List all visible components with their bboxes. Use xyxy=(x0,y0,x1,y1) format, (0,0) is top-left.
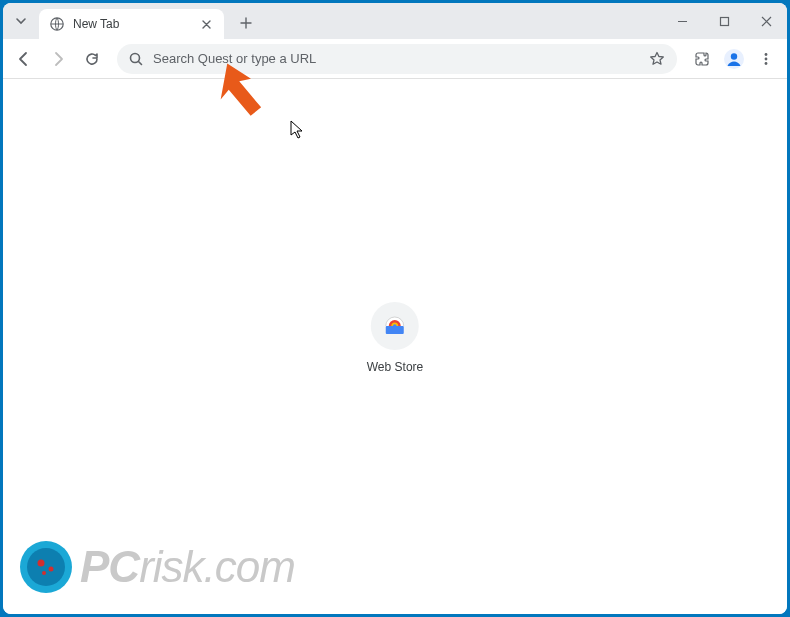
titlebar: New Tab xyxy=(3,3,787,39)
puzzle-icon xyxy=(694,51,710,67)
svg-point-7 xyxy=(765,62,768,65)
profile-button[interactable] xyxy=(721,46,747,72)
minimize-button[interactable] xyxy=(661,3,703,39)
shortcut-label: Web Store xyxy=(367,360,423,374)
close-window-button[interactable] xyxy=(745,3,787,39)
tab-new-tab[interactable]: New Tab xyxy=(39,9,224,39)
reload-button[interactable] xyxy=(77,44,107,74)
svg-point-4 xyxy=(731,53,737,59)
svg-point-5 xyxy=(765,53,768,56)
svg-point-6 xyxy=(765,57,768,60)
extensions-button[interactable] xyxy=(687,44,717,74)
shortcut-web-store[interactable]: Web Store xyxy=(367,302,423,374)
forward-button[interactable] xyxy=(43,44,73,74)
chevron-down-icon xyxy=(15,15,27,27)
omnibox[interactable] xyxy=(117,44,677,74)
maximize-button[interactable] xyxy=(703,3,745,39)
profile-icon xyxy=(723,48,745,70)
bookmark-star-icon[interactable] xyxy=(649,51,665,67)
toolbar xyxy=(3,39,787,79)
web-store-icon xyxy=(384,315,406,337)
maximize-icon xyxy=(719,16,730,27)
new-tab-page: Web Store xyxy=(3,79,787,614)
browser-window: New Tab xyxy=(3,3,787,614)
menu-button[interactable] xyxy=(751,44,781,74)
svg-rect-1 xyxy=(720,17,728,25)
tab-title: New Tab xyxy=(73,17,190,31)
globe-icon xyxy=(49,16,65,32)
close-icon xyxy=(202,20,211,29)
arrow-right-icon xyxy=(50,51,66,67)
tab-search-button[interactable] xyxy=(3,3,39,39)
search-icon xyxy=(129,52,143,66)
plus-icon xyxy=(240,17,252,29)
reload-icon xyxy=(84,51,100,67)
kebab-menu-icon xyxy=(759,52,773,66)
address-input[interactable] xyxy=(153,51,639,66)
window-controls xyxy=(661,3,787,39)
new-tab-button[interactable] xyxy=(232,11,260,35)
tab-close-button[interactable] xyxy=(198,16,214,32)
minimize-icon xyxy=(677,16,688,27)
close-icon xyxy=(761,16,772,27)
arrow-left-icon xyxy=(16,51,32,67)
shortcut-circle xyxy=(371,302,419,350)
back-button[interactable] xyxy=(9,44,39,74)
svg-rect-9 xyxy=(386,326,404,334)
